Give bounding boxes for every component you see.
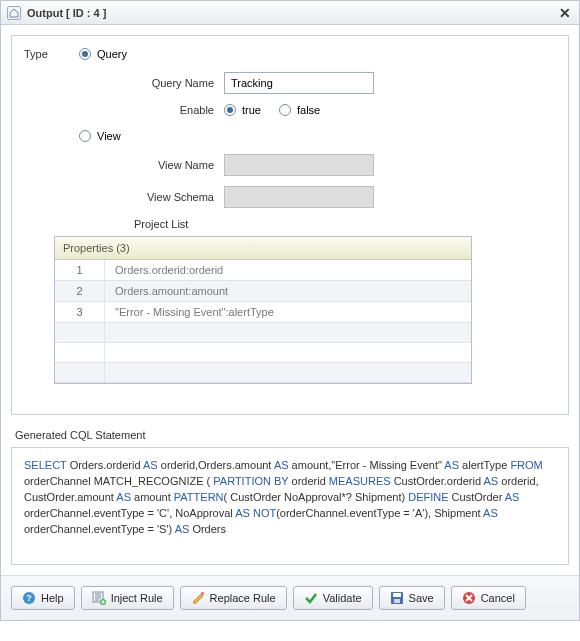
cancel-icon (462, 591, 476, 605)
inject-rule-button[interactable]: Inject Rule (81, 586, 174, 610)
radio-label: View (97, 130, 121, 142)
query-name-label: Query Name (134, 77, 224, 89)
row-index: 3 (55, 302, 105, 322)
type-row: Type Query (24, 48, 556, 60)
query-name-row: Query Name (134, 72, 556, 94)
properties-grid: Properties (3) 1Orders.orderid:orderid2O… (54, 236, 472, 384)
radio-dot-icon (79, 130, 91, 142)
close-icon[interactable]: ✕ (557, 5, 573, 21)
titlebar: Output [ ID : 4 ] ✕ (1, 1, 579, 25)
replace-rule-button[interactable]: Replace Rule (180, 586, 287, 610)
cql-keyword: AS (274, 459, 289, 471)
button-label: Help (41, 592, 64, 604)
panel-body: Type Query Query Name Enable true (1, 25, 579, 575)
svg-rect-7 (394, 599, 400, 603)
cql-statement-box[interactable]: SELECT Orders.orderid AS orderid,Orders.… (11, 447, 569, 565)
enable-false-radio[interactable]: false (279, 104, 320, 116)
radio-label: false (297, 104, 320, 116)
button-bar: ? Help Inject Rule Replace Rule Validate (1, 575, 579, 620)
cql-keyword: AS (143, 459, 158, 471)
row-index: 2 (55, 281, 105, 301)
cql-keyword: AS (484, 475, 499, 487)
cql-keyword: AS (444, 459, 459, 471)
window-title: Output [ ID : 4 ] (27, 7, 106, 19)
cql-keyword: PATTERN (174, 491, 224, 503)
button-label: Cancel (481, 592, 515, 604)
validate-icon (304, 591, 318, 605)
cql-text: orderChannel MATCH_RECOGNIZE ( (24, 475, 213, 487)
radio-label: true (242, 104, 261, 116)
help-button[interactable]: ? Help (11, 586, 75, 610)
svg-rect-4 (201, 592, 204, 595)
cql-keyword: PARTITION BY (213, 475, 288, 487)
cql-text: Orders (189, 523, 226, 535)
cql-keyword: MEASURES (329, 475, 391, 487)
cql-keyword: AS (235, 507, 250, 519)
radio-dot-icon (224, 104, 236, 116)
button-label: Inject Rule (111, 592, 163, 604)
enable-true-radio[interactable]: true (224, 104, 261, 116)
cql-text: CustOrder.orderid (391, 475, 484, 487)
type-fieldset: Type Query Query Name Enable true (11, 35, 569, 415)
type-view-radio[interactable]: View (79, 130, 121, 142)
enable-label: Enable (134, 104, 224, 116)
row-index: 1 (55, 260, 105, 280)
type-label: Type (24, 48, 79, 60)
view-schema-input (224, 186, 374, 208)
table-row[interactable]: 1Orders.orderid:orderid (55, 260, 471, 281)
cql-text: Orders.orderid (67, 459, 143, 471)
view-row: View (24, 130, 556, 142)
replace-icon (191, 591, 205, 605)
output-panel: Output [ ID : 4 ] ✕ Type Query Query Nam… (0, 0, 580, 621)
grid-header: Properties (3) (55, 237, 471, 260)
radio-label: Query (97, 48, 127, 60)
view-name-row: View Name (134, 154, 556, 176)
button-label: Validate (323, 592, 362, 604)
enable-row: Enable true false (134, 104, 556, 116)
cql-keyword: NOT (253, 507, 276, 519)
view-name-input (224, 154, 374, 176)
cql-text: ( CustOrder NoApproval*? Shipment) (224, 491, 409, 503)
cql-keyword: AS (483, 507, 498, 519)
cql-text: alertType (459, 459, 510, 471)
button-label: Save (409, 592, 434, 604)
svg-rect-6 (393, 593, 401, 597)
table-row[interactable]: 2Orders.amount:amount (55, 281, 471, 302)
type-query-radio[interactable]: Query (79, 48, 127, 60)
cql-text: orderChannel.eventType = 'S') (24, 523, 175, 535)
save-icon (390, 591, 404, 605)
row-value: Orders.amount:amount (105, 285, 228, 297)
view-schema-row: View Schema (134, 186, 556, 208)
cql-keyword: AS (505, 491, 520, 503)
cql-keyword: AS (116, 491, 131, 503)
view-schema-label: View Schema (134, 191, 224, 203)
row-value: Orders.orderid:orderid (105, 264, 223, 276)
table-row-empty (55, 343, 471, 363)
cql-keyword: AS (175, 523, 190, 535)
svg-text:?: ? (26, 593, 32, 603)
button-label: Replace Rule (210, 592, 276, 604)
validate-button[interactable]: Validate (293, 586, 373, 610)
help-icon: ? (22, 591, 36, 605)
cql-text: (orderChannel.eventType = 'A'), Shipment (276, 507, 483, 519)
table-row-empty (55, 323, 471, 343)
save-button[interactable]: Save (379, 586, 445, 610)
table-row[interactable]: 3"Error - Missing Event":alertType (55, 302, 471, 323)
query-name-input[interactable] (224, 72, 374, 94)
view-subform: View Name View Schema Project List Prope… (134, 154, 556, 384)
cql-text: orderChannel.eventType = 'C', NoApproval (24, 507, 235, 519)
cql-text: amount (131, 491, 174, 503)
radio-dot-icon (279, 104, 291, 116)
cql-text: orderid,Orders.amount (158, 459, 274, 471)
row-value: "Error - Missing Event":alertType (105, 306, 274, 318)
view-name-label: View Name (134, 159, 224, 171)
inject-icon (92, 591, 106, 605)
cql-label: Generated CQL Statement (15, 429, 569, 441)
project-list-label: Project List (134, 218, 556, 230)
cql-keyword: DEFINE (408, 491, 448, 503)
cql-text: orderid (288, 475, 328, 487)
cql-keyword: FROM (510, 459, 542, 471)
cql-text: CustOrder (449, 491, 505, 503)
home-icon[interactable] (7, 6, 21, 20)
cancel-button[interactable]: Cancel (451, 586, 526, 610)
